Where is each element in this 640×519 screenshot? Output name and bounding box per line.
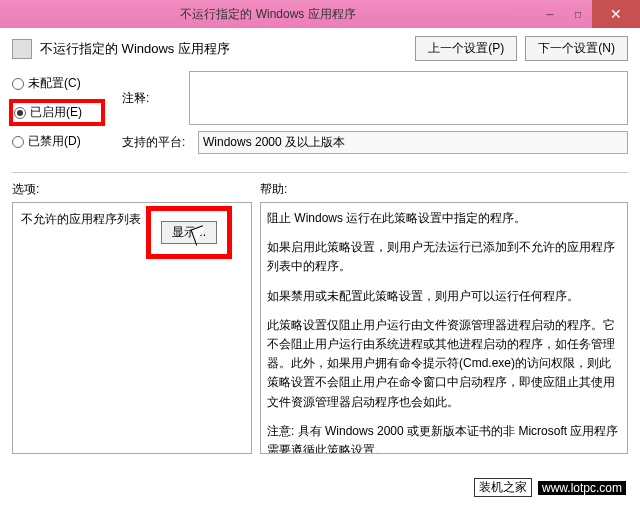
header-row: 不运行指定的 Windows 应用程序 上一个设置(P) 下一个设置(N) (12, 36, 628, 61)
comment-label: 注释: (122, 90, 183, 107)
help-text: 如果启用此策略设置，则用户无法运行已添加到不允许的应用程序列表中的程序。 (267, 238, 621, 276)
platform-value: Windows 2000 及以上版本 (198, 131, 628, 154)
radio-label: 未配置(C) (28, 75, 81, 92)
close-button[interactable]: ✕ (592, 0, 640, 28)
watermark: 装机之家 www.lotpc.com (474, 478, 626, 497)
section-labels: 选项: 帮助: (12, 181, 628, 198)
dialog-content: 不运行指定的 Windows 应用程序 上一个设置(P) 下一个设置(N) 未配… (0, 28, 640, 462)
window-title: 不运行指定的 Windows 应用程序 (0, 6, 536, 23)
options-panel: 不允许的应用程序列表 显示... (12, 202, 252, 454)
help-label: 帮助: (260, 181, 287, 198)
comment-textarea[interactable] (189, 71, 628, 125)
policy-title: 不运行指定的 Windows 应用程序 (40, 40, 407, 58)
radio-icon (12, 136, 24, 148)
help-text: 如果禁用或未配置此策略设置，则用户可以运行任何程序。 (267, 287, 621, 306)
platform-label: 支持的平台: (122, 134, 192, 151)
help-text: 阻止 Windows 运行在此策略设置中指定的程序。 (267, 209, 621, 228)
radio-icon (14, 107, 26, 119)
radio-label: 已启用(E) (30, 104, 82, 121)
list-label: 不允许的应用程序列表 (21, 211, 141, 228)
watermark-text: 装机之家 (474, 478, 532, 497)
help-panel: 阻止 Windows 运行在此策略设置中指定的程序。 如果启用此策略设置，则用户… (260, 202, 628, 454)
help-text: 此策略设置仅阻止用户运行由文件资源管理器进程启动的程序。它不会阻止用户运行由系统… (267, 316, 621, 412)
policy-icon (12, 39, 32, 59)
radio-icon (12, 78, 24, 90)
bottom-panels: 不允许的应用程序列表 显示... 阻止 Windows 运行在此策略设置中指定的… (12, 202, 628, 454)
watermark-url: www.lotpc.com (538, 481, 626, 495)
radio-group: 未配置(C) 已启用(E) 已禁用(D) (12, 71, 102, 160)
prev-setting-button[interactable]: 上一个设置(P) (415, 36, 517, 61)
comment-row: 注释: (122, 71, 628, 125)
window-controls: ─ □ ✕ (536, 0, 640, 28)
divider (12, 172, 628, 173)
titlebar: 不运行指定的 Windows 应用程序 ─ □ ✕ (0, 0, 640, 28)
help-text: 注意: 具有 Windows 2000 或更新版本证书的非 Microsoft … (267, 422, 621, 454)
radio-unconfigured[interactable]: 未配置(C) (12, 75, 102, 92)
maximize-button[interactable]: □ (564, 0, 592, 28)
meta-column: 注释: 支持的平台: Windows 2000 及以上版本 (122, 71, 628, 160)
radio-enabled[interactable]: 已启用(E) (12, 102, 102, 123)
minimize-button[interactable]: ─ (536, 0, 564, 28)
radio-label: 已禁用(D) (28, 133, 81, 150)
options-label: 选项: (12, 181, 260, 198)
show-highlight: 显示... (151, 211, 227, 254)
next-setting-button[interactable]: 下一个设置(N) (525, 36, 628, 61)
platform-row: 支持的平台: Windows 2000 及以上版本 (122, 131, 628, 154)
radio-disabled[interactable]: 已禁用(D) (12, 133, 102, 150)
show-button[interactable]: 显示... (161, 221, 217, 244)
config-area: 未配置(C) 已启用(E) 已禁用(D) 注释: 支持的平台: Windows … (12, 71, 628, 160)
